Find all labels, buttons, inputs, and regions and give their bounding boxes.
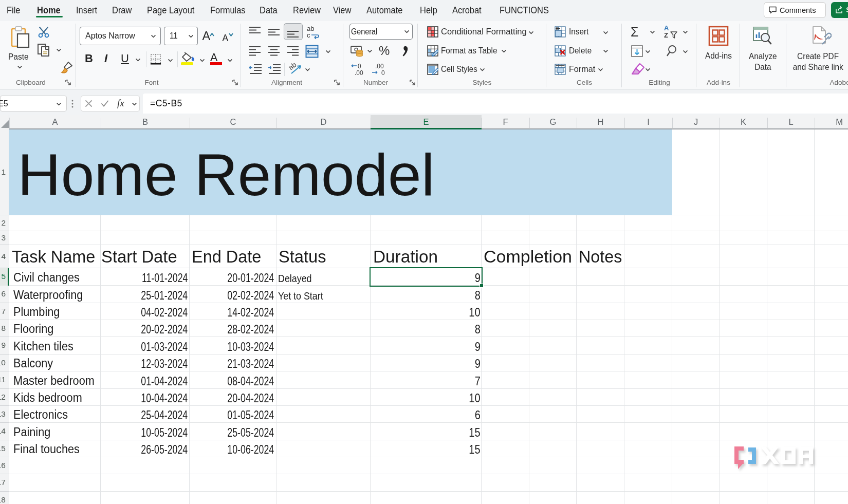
svg-text:Z: Z	[664, 31, 668, 39]
svg-text:0: 0	[381, 69, 385, 76]
svg-text:0: 0	[358, 63, 361, 70]
svg-text:.00: .00	[375, 63, 384, 70]
svg-text:A: A	[664, 25, 669, 32]
svg-text:c: c	[307, 31, 310, 39]
svg-text:.00: .00	[355, 69, 363, 76]
